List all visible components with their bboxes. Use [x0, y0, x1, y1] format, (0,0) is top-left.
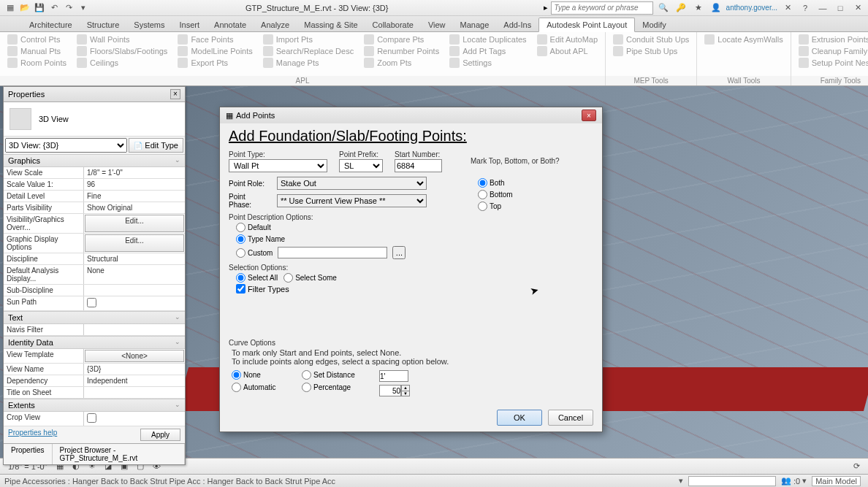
sel-option-select-all[interactable]: Select All [236, 273, 278, 283]
curve-option-automatic[interactable]: Automatic [232, 383, 284, 392]
tab-structure[interactable]: Structure [80, 18, 127, 31]
prop-value[interactable]: 96 [84, 179, 185, 190]
nav-sync-icon[interactable]: ⟳ [851, 461, 862, 471]
ribbon-btn-add-pt-tags[interactable]: Add Pt Tags [446, 45, 529, 57]
help-icon[interactable]: ? [799, 2, 811, 14]
prop-row[interactable]: Default Analysis Display...None [4, 265, 185, 285]
tab-modify[interactable]: Modify [635, 18, 673, 31]
ribbon-btn-export-pts[interactable]: Export Pts [175, 57, 255, 69]
ribbon-btn-locate-asymwalls[interactable]: Locate AsymWalls [701, 34, 785, 45]
prop-category-extents[interactable]: Extents⌄ [4, 399, 185, 412]
edit-type-button[interactable]: 📄 Edit Type [129, 138, 183, 153]
curve-option-percentage[interactable]: Percentage [302, 383, 362, 392]
prop-row[interactable]: Visibility/Graphics Overr...Edit... [4, 214, 185, 234]
prop-row[interactable]: Graphic Display OptionsEdit... [4, 234, 185, 253]
prop-row[interactable]: Navis Filter [4, 324, 185, 336]
more-icon[interactable]: ▾ [77, 2, 89, 14]
prop-row[interactable]: Title on Sheet [4, 387, 185, 399]
ribbon-btn-manual-pts[interactable]: Manual Pts [4, 45, 69, 57]
view-instance-select[interactable]: 3D View: {3D} [5, 138, 127, 153]
ribbon-btn-locate-duplicates[interactable]: Locate Duplicates [446, 34, 529, 45]
ribbon-btn-ceilings[interactable]: Ceilings [74, 57, 170, 69]
prop-value[interactable]: Structural [84, 253, 185, 264]
prop-row[interactable]: View Scale1/8" = 1'-0" [4, 167, 185, 179]
point-phase-select[interactable]: ** Use Current View Phase ** [277, 194, 427, 207]
ribbon-btn-settings[interactable]: Settings [446, 57, 529, 69]
apply-button[interactable]: Apply [140, 429, 180, 441]
prop-value[interactable] [84, 296, 185, 310]
prop-value[interactable]: 1/8" = 1'-0" [84, 167, 185, 178]
cancel-button[interactable]: Cancel [548, 410, 593, 426]
ribbon-btn-conduit-stub-ups[interactable]: Conduit Stub Ups [610, 34, 692, 45]
minimize-icon[interactable]: — [817, 2, 829, 14]
spinner-down-icon[interactable]: ▼ [402, 391, 409, 396]
mark-option-top[interactable]: Top [478, 202, 582, 211]
ribbon-btn-cleanup-family[interactable]: Cleanup Family [796, 45, 868, 57]
desc-option-custom[interactable]: Custom ... [236, 246, 587, 259]
prop-row[interactable]: Parts VisibilityShow Original [4, 202, 185, 214]
dialog-close-icon[interactable]: × [582, 110, 596, 121]
ribbon-btn-edit-automap[interactable]: Edit AutoMap [534, 34, 601, 45]
ribbon-btn-import-pts[interactable]: Import Pts [260, 34, 357, 45]
prop-value[interactable]: Edit... [85, 215, 184, 232]
prop-value[interactable] [84, 324, 185, 335]
ribbon-btn-manage-pts[interactable]: Manage Pts [260, 57, 357, 69]
prop-value[interactable]: Fine [84, 191, 185, 202]
ribbon-btn-extrusion-points[interactable]: Extrusion Points [796, 34, 868, 45]
percentage-input[interactable] [379, 385, 401, 396]
workset-name[interactable]: Main Model [812, 476, 861, 486]
ribbon-btn-renumber-points[interactable]: Renumber Points [361, 45, 442, 57]
ribbon-btn-about-apl[interactable]: About APL [534, 45, 601, 57]
ribbon-btn-pipe-stub-ups[interactable]: Pipe Stub Ups [610, 45, 692, 57]
ok-button[interactable]: OK [497, 410, 542, 426]
tab-systems[interactable]: Systems [126, 18, 172, 31]
workset-dropdown-icon[interactable]: ▾ [800, 476, 809, 486]
prop-row[interactable]: Scale Value 1:96 [4, 179, 185, 191]
prop-value[interactable]: Show Original [84, 202, 185, 213]
ribbon-btn-setup-point-nesting[interactable]: Setup Point Nesting [796, 57, 868, 69]
point-type-select[interactable]: Wall Pt [229, 159, 327, 172]
prop-value[interactable]: None [84, 265, 185, 284]
ribbon-btn-control-pts[interactable]: Control Pts [4, 34, 69, 45]
close-app-icon[interactable]: ✕ [782, 2, 793, 14]
browse-button[interactable]: ... [392, 246, 406, 259]
user-icon[interactable]: 👤 [710, 2, 722, 14]
custom-desc-input[interactable] [278, 247, 387, 258]
curve-option-set-distance[interactable]: Set Distance [302, 370, 362, 380]
ribbon-btn-modelline-points[interactable]: ModelLine Points [175, 45, 255, 57]
star-icon[interactable]: ★ [693, 2, 704, 14]
prop-value[interactable]: Edit... [85, 234, 184, 252]
maximize-icon[interactable]: □ [834, 2, 846, 14]
properties-help-link[interactable]: Properties help [8, 429, 57, 441]
prop-row[interactable]: View Name{3D} [4, 364, 185, 375]
binoculars-icon[interactable]: 🔍 [658, 2, 669, 14]
prop-row[interactable]: Sun Path [4, 296, 185, 311]
start-number-input[interactable] [395, 159, 442, 172]
prop-value[interactable] [84, 412, 185, 426]
ribbon-btn-zoom-pts[interactable]: Zoom Pts [361, 57, 442, 69]
selection-filter-input[interactable] [688, 476, 776, 486]
doc-tab[interactable]: Project Browser - GTP_Structure_M_E.rvt [53, 444, 185, 464]
save-icon[interactable]: 💾 [34, 2, 45, 14]
prop-category-text[interactable]: Text⌄ [4, 311, 185, 324]
window-close-icon[interactable]: ✕ [852, 2, 864, 14]
tab-collaborate[interactable]: Collaborate [365, 18, 421, 31]
ribbon-btn-room-points[interactable]: Room Points [4, 57, 69, 69]
point-prefix-select[interactable]: SL [339, 159, 383, 172]
distance-input[interactable] [379, 370, 408, 382]
prop-category-graphics[interactable]: Graphics⌄ [4, 154, 185, 167]
spinner-up-icon[interactable]: ▲ [402, 386, 409, 391]
mark-option-both[interactable]: Both [478, 178, 582, 188]
tab-autodesk-point-layout[interactable]: Autodesk Point Layout [538, 18, 635, 32]
properties-close-icon[interactable]: × [170, 89, 180, 99]
tab-analyze[interactable]: Analyze [254, 18, 297, 31]
prop-value[interactable]: <None> [85, 350, 184, 362]
tab-view[interactable]: View [421, 18, 453, 31]
mark-option-bottom[interactable]: Bottom [478, 190, 582, 199]
doc-tab[interactable]: Properties [4, 444, 53, 464]
tab-architecture[interactable]: Architecture [22, 18, 80, 31]
ribbon-btn-compare-pts[interactable]: Compare Pts [361, 34, 442, 45]
tab-massing-site[interactable]: Massing & Site [297, 18, 365, 31]
undo-icon[interactable]: ↶ [48, 2, 60, 14]
prop-value[interactable]: {3D} [84, 364, 185, 375]
